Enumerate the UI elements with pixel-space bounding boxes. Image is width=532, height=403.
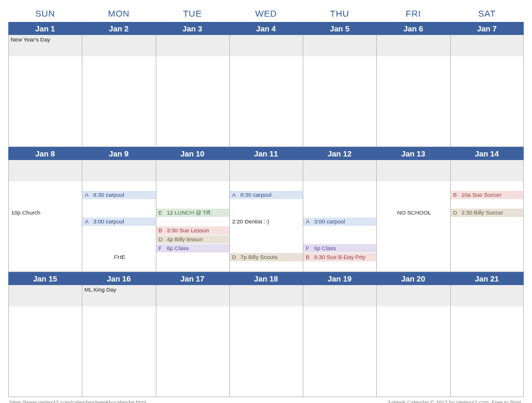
day-cell[interactable]: A3:00 carpoolF6p ClassB6:30 Sue B-Day Pr… [303, 160, 376, 271]
event-text: FHE [114, 253, 125, 261]
event-text: 6p Class [314, 244, 336, 252]
footer: https://www.vertex42.com/calendars/weekl… [8, 397, 524, 403]
day-cell[interactable] [156, 35, 229, 146]
day-cell[interactable] [8, 285, 82, 396]
holiday-band [230, 285, 303, 306]
holiday-band [156, 285, 229, 306]
events-area: B10a Sue SoccerD2:30 Billy Soccer [451, 181, 523, 270]
day-cell[interactable] [229, 285, 303, 396]
day-cell[interactable] [82, 35, 155, 146]
holiday-band: New Year's Day [9, 35, 82, 56]
event[interactable]: D2:30 Billy Soccer [451, 209, 523, 217]
dow-mon: MON [82, 6, 155, 22]
dow-tue: TUE [156, 6, 229, 22]
footer-copyright: 3-Week Calendar © 2017 by Vertex42.com. … [387, 399, 523, 403]
event[interactable]: B3:30 Sue Lesson [156, 226, 229, 235]
holiday-band [230, 160, 303, 181]
event[interactable]: B6:30 Sue B-Day Prty [303, 253, 376, 261]
date-header: Jan 17 [156, 272, 229, 285]
holiday-band [377, 285, 450, 306]
events-area [377, 56, 450, 145]
event[interactable]: F6p Class [156, 244, 229, 252]
event[interactable]: A8:30 carpool [82, 191, 155, 199]
day-cell[interactable] [376, 35, 450, 146]
event-category: F [306, 244, 310, 252]
event[interactable]: F6p Class [303, 244, 376, 252]
day-cell[interactable] [229, 35, 303, 146]
day-cell[interactable] [303, 285, 376, 396]
event[interactable]: A3:00 carpool [82, 218, 155, 226]
events-area [377, 306, 450, 395]
day-cell[interactable] [450, 35, 524, 146]
date-header: Jan 5 [303, 22, 376, 35]
event-text: 2:30 Billy Soccer [462, 209, 504, 217]
events-area [82, 306, 155, 395]
events-area [82, 56, 155, 145]
event[interactable]: E12 LUNCH @ Tiff. [156, 209, 229, 217]
holiday-band [377, 35, 450, 56]
events-area: E12 LUNCH @ Tiff.B3:30 Sue LessonD4p Bil… [156, 181, 229, 270]
event-text: 8:30 carpool [93, 191, 124, 199]
holiday-band [9, 285, 82, 306]
events-area: A8:30 carpool2:20 Dentist :-)D7p Billy S… [230, 181, 303, 270]
event-text: 8:30 carpool [241, 191, 271, 199]
date-header: Jan 2 [82, 22, 155, 35]
event-text: 10a Sue Soccer [462, 191, 502, 199]
dow-sat: SAT [450, 6, 524, 22]
day-cell[interactable]: E12 LUNCH @ Tiff.B3:30 Sue LessonD4p Bil… [156, 160, 229, 271]
event[interactable]: A8:30 carpool [230, 191, 303, 199]
event-category: D [453, 209, 458, 217]
day-cell[interactable] [303, 35, 376, 146]
event[interactable]: 10p Church [9, 209, 82, 217]
day-cell[interactable]: A8:30 carpoolA3:00 carpoolFHE [82, 160, 155, 271]
week-1: Jan 1Jan 2Jan 3Jan 4Jan 5Jan 6Jan 7New Y… [8, 22, 524, 147]
date-header: Jan 20 [376, 272, 450, 285]
event-category: F [159, 244, 164, 252]
event-category: E [159, 209, 164, 217]
event[interactable]: A3:00 carpool [303, 218, 376, 226]
events-area [451, 56, 523, 145]
event[interactable]: NO SCHOOL [377, 209, 450, 217]
holiday-band [451, 35, 523, 56]
event-category: B [159, 226, 164, 235]
events-area [303, 56, 376, 145]
dow-thu: THU [303, 6, 376, 22]
event-text: 6:30 Sue B-Day Prty [314, 253, 366, 261]
event-category: B [306, 253, 310, 261]
event[interactable]: FHE [82, 253, 155, 261]
holiday-band [451, 285, 523, 306]
event-text: 3:00 carpool [93, 218, 124, 226]
holiday-band [303, 35, 376, 56]
day-cell[interactable]: NO SCHOOL [376, 160, 450, 271]
events-area [230, 56, 303, 145]
event[interactable]: 2:20 Dentist :-) [230, 218, 303, 226]
date-header: Jan 1 [8, 22, 82, 35]
holiday-band [377, 160, 450, 181]
dow-fri: FRI [376, 6, 450, 22]
day-cell[interactable]: ML King Day [82, 285, 155, 396]
date-header: Jan 11 [229, 147, 303, 160]
event[interactable]: B10a Sue Soccer [451, 191, 523, 199]
event-category: A [85, 191, 89, 199]
holiday-band [9, 160, 82, 181]
events-area [303, 306, 376, 395]
holiday-band [303, 285, 376, 306]
day-cell[interactable] [376, 285, 450, 396]
day-cell[interactable]: 10p Church [8, 160, 82, 271]
event[interactable]: D4p Billy lesson [156, 235, 229, 244]
day-cell[interactable]: B10a Sue SoccerD2:30 Billy Soccer [450, 160, 524, 271]
event-text: 7p Billy Scouts [241, 253, 277, 261]
date-header: Jan 6 [376, 22, 450, 35]
week-3: Jan 15Jan 16Jan 17Jan 18Jan 19Jan 20Jan … [8, 272, 524, 397]
event[interactable]: D7p Billy Scouts [230, 253, 303, 261]
day-cell[interactable]: A8:30 carpool2:20 Dentist :-)D7p Billy S… [229, 160, 303, 271]
events-area: 10p Church [9, 181, 82, 270]
date-header: Jan 13 [376, 147, 450, 160]
date-header: Jan 14 [450, 147, 524, 160]
events-area [9, 56, 82, 145]
holiday-band [230, 35, 303, 56]
day-cell[interactable] [156, 285, 229, 396]
day-cell[interactable] [450, 285, 524, 396]
date-header: Jan 12 [303, 147, 376, 160]
day-cell[interactable]: New Year's Day [8, 35, 82, 146]
